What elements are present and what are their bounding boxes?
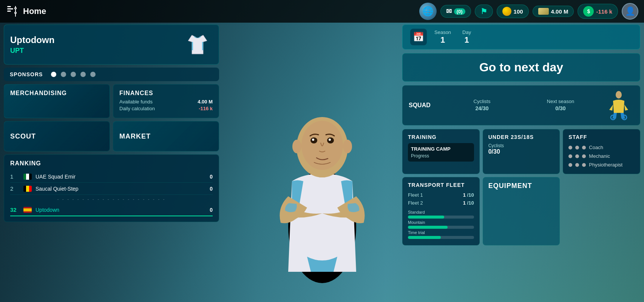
finances-grid: Available funds 4.00 M Daily calculation… <box>119 99 213 111</box>
sponsor-dot-2[interactable] <box>61 72 66 77</box>
avatar[interactable]: 👤 <box>622 3 638 20</box>
fleet-row-1: Fleet 1 1 /10 <box>408 191 474 199</box>
staff-dot-2 <box>575 146 579 149</box>
team-abbr: UPT <box>10 47 54 55</box>
sponsor-dot-1[interactable] <box>51 72 56 77</box>
svg-point-3 <box>15 8 16 9</box>
staff-label: STAFF <box>568 134 635 140</box>
next-season-max: /30 <box>558 105 565 111</box>
staff-dot-8 <box>575 163 579 167</box>
team-card: Uptodown UPT <box>4 25 219 65</box>
cyclists-label: Cyclists <box>446 99 517 104</box>
calendar-icon: 📅 <box>410 29 427 45</box>
equipment-card[interactable]: EQUIPMENT <box>483 177 560 245</box>
cyclists-value: 24/30 <box>446 104 517 112</box>
coins-item: 100 <box>497 5 529 18</box>
finances-title: FINANCES <box>119 90 213 97</box>
mountain-bar <box>408 226 474 229</box>
rank-score-32: 0 <box>210 207 213 213</box>
season-info: Season 1 Day 1 <box>434 29 471 45</box>
squad-row[interactable]: SQUAD Cyclists 24/30 Next season 0/30 <box>402 85 640 125</box>
timetrial-label: Time trial <box>408 230 474 235</box>
merch-finances-row: MERCHANDISING FINANCES Available funds 4… <box>4 84 219 118</box>
svg-point-8 <box>616 91 622 99</box>
daily-value: -116 k <box>596 8 612 15</box>
staff-row-coach: Coach <box>568 143 635 152</box>
bottom-grid: TRAINING TRAINING CAMP Progress UNDER 23… <box>402 129 640 245</box>
merchandising-title: MERCHANDISING <box>10 90 103 97</box>
season-label: Season <box>434 29 451 35</box>
merchandising-card[interactable]: MERCHANDISING <box>4 84 110 118</box>
staff-coach: Coach <box>589 145 603 150</box>
coins-value: 100 <box>514 8 523 15</box>
sponsor-dot-4[interactable] <box>80 72 86 77</box>
daily-item: $ -116 k <box>578 4 618 19</box>
transport-card[interactable]: TRANSPORT FLEET Fleet 1 1 /10 Fleet 2 1 … <box>402 177 480 245</box>
flag-esp <box>23 207 32 213</box>
team-info: Uptodown UPT <box>10 35 54 55</box>
globe-button[interactable]: 🌐 <box>419 3 437 20</box>
mountain-fill <box>408 226 448 229</box>
fleet-row-2: Fleet 2 1 /10 <box>408 199 474 207</box>
cyclists-stat: Cyclists 24/30 <box>446 99 517 112</box>
under23-value: 0/30 <box>488 148 554 155</box>
app-logo: Home <box>6 5 46 18</box>
coin-icon <box>502 7 511 16</box>
scout-title: SCOUT <box>10 133 36 140</box>
market-card[interactable]: MARKET <box>113 121 219 151</box>
table-row[interactable]: 2 Saucal Quiet-Step 0 <box>10 183 213 195</box>
bookmark-icon: ⚑ <box>480 7 487 16</box>
training-card[interactable]: TRAINING TRAINING CAMP Progress <box>402 129 480 174</box>
rank-divider: - - - - - - - - - - - - - - - - - - - - … <box>10 195 213 204</box>
training-camp-progress: Progress <box>411 153 471 159</box>
standard-bar <box>408 216 474 219</box>
standard-label: Standard <box>408 210 474 214</box>
staff-mechanic: Mechanic <box>589 153 610 159</box>
svg-point-4 <box>15 12 16 14</box>
fleet2-value: 1 /10 <box>463 200 474 206</box>
staff-dot-3 <box>582 146 586 149</box>
rank-score-2: 0 <box>210 186 213 192</box>
training-camp-sub[interactable]: TRAINING CAMP Progress <box>408 143 474 162</box>
training-title: TRAINING <box>408 134 474 140</box>
table-row[interactable]: 1 UAE Squad Emir 0 <box>10 171 213 183</box>
staff-row-physio: Physiotherapist <box>568 160 635 169</box>
season-value: 1 <box>434 35 451 45</box>
finances-card[interactable]: FINANCES Available funds 4.00 M Daily ca… <box>113 84 219 118</box>
jersey-icon <box>184 31 211 58</box>
mail-icon: ✉ <box>446 7 452 15</box>
avail-funds-value: 4.00 M <box>180 99 213 105</box>
svg-rect-0 <box>7 6 11 7</box>
scout-card[interactable]: SCOUT <box>4 121 110 151</box>
rank-name-1: UAE Squad Emir <box>36 174 206 180</box>
staff-dot-5 <box>575 154 579 158</box>
sponsor-dot-3[interactable] <box>71 72 76 77</box>
sponsors-bar: SPONSORS <box>4 68 219 81</box>
character-svg <box>254 45 390 302</box>
svg-point-19 <box>292 140 301 153</box>
svg-rect-2 <box>7 11 11 12</box>
timetrial-fill <box>408 236 441 239</box>
staff-dot-6 <box>582 154 586 158</box>
sponsor-dot-5[interactable] <box>90 72 96 77</box>
bookmark-item[interactable]: ⚑ <box>475 5 493 18</box>
fleet2-name: Fleet 2 <box>408 200 423 206</box>
rank-num-32: 32 <box>10 206 20 213</box>
staff-card[interactable]: STAFF Coach Mechanic Physiotherapist <box>563 129 640 174</box>
svg-point-17 <box>312 139 314 141</box>
table-row[interactable]: 32 Uptodown 0 <box>10 204 213 216</box>
under23-card[interactable]: UNDER 23S/18S Cyclists 0/30 <box>483 129 560 174</box>
progress-bars: Standard Mountain Time trial <box>408 210 474 239</box>
rank-score-1: 0 <box>210 174 213 180</box>
ranking-title: RANKING <box>10 160 213 167</box>
center-character <box>247 30 398 302</box>
day-label: Day <box>462 29 471 35</box>
avail-funds-label: Available funds <box>119 99 173 105</box>
staff-dot-4 <box>568 154 572 158</box>
scout-market-row: SCOUT MARKET <box>4 121 219 151</box>
header-bar: Home 🌐 ✉ (0) ⚑ 100 4.00 M $ -116 k 👤 <box>0 0 644 23</box>
standard-fill <box>408 216 444 219</box>
next-day-button[interactable]: Go to next day <box>402 53 640 82</box>
timetrial-bar <box>408 236 474 239</box>
mail-item[interactable]: ✉ (0) <box>440 5 471 18</box>
